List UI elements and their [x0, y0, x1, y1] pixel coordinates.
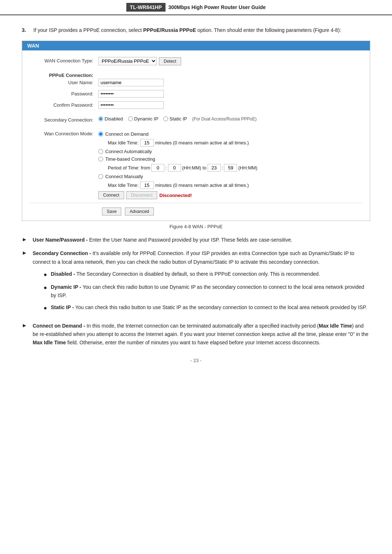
mode-connect-demand: Connect on Demand: [98, 131, 257, 137]
mode-connect-auto-radio[interactable]: [98, 149, 103, 154]
secondary-disabled-radio[interactable]: [98, 116, 103, 121]
bullet-username-content: User Name/Password - Enter the User Name…: [33, 236, 370, 244]
sub-term-disabled: Disabled -: [51, 271, 75, 277]
username-label: User Name:: [29, 79, 98, 85]
secondary-connection-label: Secondary Connection:: [29, 116, 98, 123]
save-button[interactable]: Save: [102, 208, 121, 216]
step-text: If your ISP provides a PPPoE connection,…: [33, 26, 370, 34]
mode-timebased-radio[interactable]: [98, 157, 103, 161]
wan-title-bar: WAN: [22, 41, 370, 50]
secondary-disabled-option[interactable]: Disabled: [98, 116, 123, 122]
sub-dot-1: ●: [44, 270, 51, 279]
secondary-connection-options: Disabled Dynamic IP Static IP (For Dual …: [98, 116, 257, 122]
mode-connect-manual: Connect Manually: [98, 174, 257, 179]
advanced-button[interactable]: Advanced: [125, 208, 154, 216]
wan-connection-type-value: PPPoE/Russia PPPoE Detect: [98, 57, 181, 65]
mode-connect-demand-label: Connect on Demand: [105, 131, 148, 137]
time-to-m-input[interactable]: [224, 164, 237, 172]
max-idle-input-2[interactable]: [140, 181, 154, 189]
bullet-secondary-content: Secondary Connection - It's available on…: [33, 249, 370, 316]
detect-button[interactable]: Detect: [159, 57, 181, 65]
wan-mode-row: Wan Connection Mode: Connect on Demand M…: [29, 130, 363, 199]
bullet-connect-demand-term: Connect on Demand -: [33, 323, 85, 329]
sub-text-dynamic: You can check this radio button to use D…: [51, 284, 364, 298]
sub-bullet-static-content: Static IP - You can check this radio but…: [51, 303, 370, 312]
mode-timebased-label: Time-based Connecting: [105, 156, 155, 162]
time-hhmm-2: (HH:MM): [238, 165, 257, 171]
step-3-para: 3. If your ISP provides a PPPoE connecti…: [22, 26, 370, 34]
time-to-h-input[interactable]: [208, 164, 221, 172]
password-value: [98, 90, 164, 98]
time-from-label: Period of Time: from: [108, 165, 150, 171]
sub-term-dynamic: Dynamic IP -: [51, 284, 81, 290]
max-idle-input-1[interactable]: [140, 139, 154, 147]
max-idle-time-row-1: Max Idle Time: minutes (0 means remain a…: [108, 139, 257, 147]
mode-timebased: Time-based Connecting: [98, 156, 257, 162]
time-from-h-input[interactable]: [151, 164, 164, 172]
username-value: [98, 79, 164, 86]
confirm-password-input[interactable]: [98, 101, 164, 109]
step-number: 3.: [22, 26, 29, 34]
secondary-static-option[interactable]: Static IP: [163, 116, 187, 122]
connect-row: Connect Disconnect Disconnected!: [98, 191, 257, 199]
time-from-m-input[interactable]: [168, 164, 181, 172]
sub-bullet-dynamic-content: Dynamic IP - You can check this radio bu…: [51, 283, 370, 300]
model-label: TL-WR841HP: [126, 3, 166, 12]
secondary-disabled-label: Disabled: [105, 116, 123, 122]
bullet-connect-demand-content: Connect on Demand - In this mode, the In…: [33, 322, 370, 347]
password-row: Password:: [29, 90, 363, 98]
wan-box: WAN WAN Connection Type: PPPoE/Russia PP…: [22, 41, 370, 221]
bullet-connect-demand-text3: field. Otherwise, enter the number of mi…: [66, 340, 320, 345]
sub-bullet-dynamic: ● Dynamic IP - You can check this radio …: [44, 283, 370, 300]
bullet-connect-demand-text: In this mode, the Internet connection ca…: [87, 323, 319, 329]
confirm-password-row: Confirm Password:: [29, 101, 363, 109]
password-input[interactable]: [98, 90, 164, 98]
password-label: Password:: [29, 90, 98, 97]
max-idle-time-row-2: Max Idle Time: minutes (0 means remain a…: [108, 181, 257, 189]
disconnect-button[interactable]: Disconnect: [126, 191, 157, 199]
username-input[interactable]: [98, 79, 164, 86]
disconnected-status: Disconnected!: [159, 193, 192, 198]
bullet-username-term: User Name/Password -: [33, 237, 88, 243]
secondary-dynamic-option[interactable]: Dynamic IP: [128, 116, 158, 122]
mode-connect-manual-label: Connect Manually: [105, 174, 143, 179]
bullet-arrow-3: ►: [22, 322, 33, 328]
sub-term-static: Static IP -: [51, 304, 74, 310]
header-title: 300Mbps High Power Router User Guide: [168, 4, 266, 10]
bullet-secondary: ► Secondary Connection - It's available …: [22, 249, 370, 316]
sub-bullet-static: ● Static IP - You can check this radio b…: [44, 303, 370, 313]
secondary-dynamic-label: Dynamic IP: [134, 116, 158, 122]
bullet-username: ► User Name/Password - Enter the User Na…: [22, 236, 370, 244]
pppoe-section-label: PPPoE Connection:: [29, 73, 98, 78]
connection-type-select[interactable]: PPPoE/Russia PPPoE: [98, 57, 157, 65]
bullet-connect-demand: ► Connect on Demand - In this mode, the …: [22, 322, 370, 347]
bullet-username-text: Enter the User Name and Password provide…: [89, 237, 293, 243]
page-number: - 23 -: [22, 358, 370, 363]
sub-bullets: ● Disabled - The Secondary Connection is…: [44, 270, 370, 313]
confirm-password-label: Confirm Password:: [29, 101, 98, 108]
mode-connect-demand-radio[interactable]: [98, 132, 103, 136]
wan-connection-type-label: WAN Connection Type:: [29, 57, 98, 63]
secondary-static-label: Static IP: [170, 116, 187, 122]
bullet-arrow-2: ►: [22, 249, 33, 256]
time-colon-2: :: [222, 165, 223, 171]
figure-caption: Figure 4-8 WAN - PPPoE: [22, 224, 370, 229]
max-idle-note-2: minutes (0 means remain active at all ti…: [155, 182, 249, 188]
connect-button[interactable]: Connect: [98, 191, 124, 199]
bullet-secondary-term: Secondary Connection -: [33, 250, 91, 256]
sub-dot-2: ●: [44, 283, 51, 292]
max-idle-label-2: Max Idle Time:: [108, 182, 139, 188]
username-row: User Name:: [29, 79, 363, 86]
secondary-dynamic-radio[interactable]: [128, 116, 133, 121]
sub-text-disabled: The Secondary Connection is disabled by …: [77, 271, 320, 277]
wan-body: WAN Connection Type: PPPoE/Russia PPPoE …: [22, 50, 370, 221]
secondary-note: (For Dual Access/Russia PPPoE): [192, 116, 256, 122]
secondary-static-radio[interactable]: [163, 116, 168, 121]
time-colon-1: :: [166, 165, 167, 171]
step-bold: PPPoE/Russia PPPoE: [143, 27, 196, 33]
time-hhmm-1: (HH:MM) to: [182, 165, 207, 171]
wan-save-row: Save Advanced: [29, 203, 363, 216]
bullet-arrow-1: ►: [22, 236, 33, 242]
mode-connect-manual-radio[interactable]: [98, 174, 103, 179]
secondary-connection-row: Secondary Connection: Disabled Dynamic I…: [29, 116, 363, 123]
